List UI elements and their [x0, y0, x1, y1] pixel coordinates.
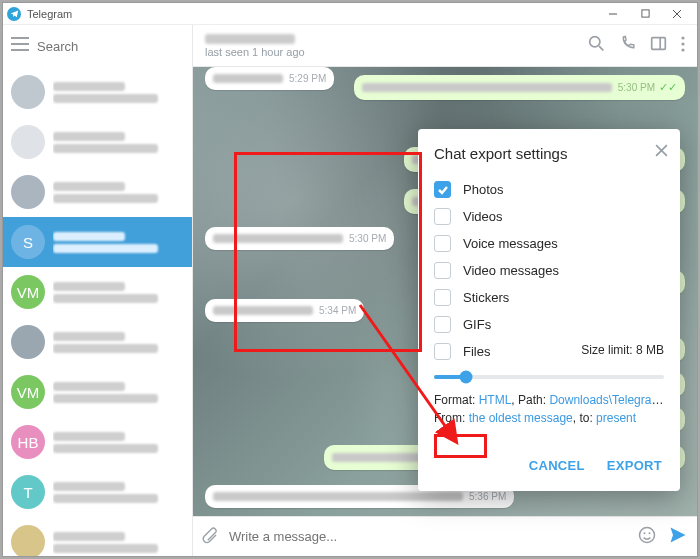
option-label: Videos: [463, 209, 503, 224]
chat-item-text: [53, 129, 184, 156]
checkbox[interactable]: [434, 316, 451, 333]
chat-item-text: [53, 79, 184, 106]
sidebar-header: [3, 25, 192, 67]
export-button[interactable]: EXPORT: [605, 452, 664, 479]
option-label: Stickers: [463, 290, 509, 305]
chat-list-item[interactable]: [3, 517, 192, 556]
export-options-list: PhotosVideosVoice messagesVideo messages…: [434, 176, 664, 365]
window-minimize-button[interactable]: [597, 3, 629, 25]
chat-list-item[interactable]: [3, 67, 192, 117]
chat-export-settings-dialog: Chat export settings PhotosVideosVoice m…: [418, 129, 680, 491]
export-option-voice-messages[interactable]: Voice messages: [434, 230, 664, 257]
svg-rect-0: [641, 10, 648, 17]
checkbox[interactable]: [434, 235, 451, 252]
size-limit-slider[interactable]: [434, 375, 664, 379]
chat-item-text: [53, 229, 184, 256]
avatar: VM: [11, 375, 45, 409]
search-input[interactable]: [37, 39, 205, 54]
checkbox[interactable]: [434, 181, 451, 198]
option-label: Photos: [463, 182, 503, 197]
avatar: [11, 525, 45, 556]
from-link[interactable]: the oldest message: [469, 411, 573, 425]
checkbox[interactable]: [434, 289, 451, 306]
size-limit-label: Size limit: 8 MB: [434, 343, 664, 357]
sidebar: SVMVMHBT: [3, 25, 193, 556]
chat-item-text: [53, 479, 184, 506]
format-path-line: Format: HTML, Path: Downloads\Telegram D…: [434, 393, 664, 407]
export-option-videos[interactable]: Videos: [434, 203, 664, 230]
main-panel: last seen 1 hour ago 5:29 PM5:30 PM✓✓5:3…: [193, 25, 697, 556]
avatar: [11, 75, 45, 109]
option-label: Video messages: [463, 263, 559, 278]
telegram-logo-icon: [7, 7, 21, 21]
chat-list-item[interactable]: VM: [3, 367, 192, 417]
chat-list-item[interactable]: [3, 167, 192, 217]
menu-icon[interactable]: [11, 37, 29, 55]
window-maximize-button[interactable]: [629, 3, 661, 25]
export-option-photos[interactable]: Photos: [434, 176, 664, 203]
export-option-stickers[interactable]: Stickers: [434, 284, 664, 311]
chat-item-text: [53, 529, 184, 556]
export-option-video-messages[interactable]: Video messages: [434, 257, 664, 284]
client-area: SVMVMHBT last seen 1 hour ago: [3, 25, 697, 556]
chat-item-text: [53, 379, 184, 406]
to-link[interactable]: present: [596, 411, 636, 425]
chat-list-item[interactable]: HB: [3, 417, 192, 467]
checkbox[interactable]: [434, 262, 451, 279]
cancel-button[interactable]: CANCEL: [527, 452, 587, 479]
avatar: T: [11, 475, 45, 509]
chat-item-text: [53, 329, 184, 356]
chat-item-text: [53, 429, 184, 456]
avatar: [11, 125, 45, 159]
option-label: GIFs: [463, 317, 491, 332]
window-close-button[interactable]: [661, 3, 693, 25]
dialog-close-button[interactable]: [655, 143, 668, 161]
chat-list-item[interactable]: T: [3, 467, 192, 517]
dialog-title: Chat export settings: [434, 145, 664, 162]
chat-item-text: [53, 279, 184, 306]
avatar: HB: [11, 425, 45, 459]
avatar: [11, 175, 45, 209]
checkbox[interactable]: [434, 208, 451, 225]
export-option-gifs[interactable]: GIFs: [434, 311, 664, 338]
chat-list: SVMVMHBT: [3, 67, 192, 556]
avatar: [11, 325, 45, 359]
app-window: Telegram SVMVMHBT: [2, 2, 698, 557]
dialog-actions: CANCEL EXPORT: [434, 452, 664, 479]
chat-list-item[interactable]: S: [3, 217, 192, 267]
from-to-line: From: the oldest message, to: present: [434, 411, 664, 425]
avatar: VM: [11, 275, 45, 309]
avatar: S: [11, 225, 45, 259]
option-label: Voice messages: [463, 236, 558, 251]
window-titlebar: Telegram: [3, 3, 697, 25]
format-link[interactable]: HTML: [479, 393, 512, 407]
chat-item-text: [53, 179, 184, 206]
chat-list-item[interactable]: [3, 117, 192, 167]
chat-list-item[interactable]: VM: [3, 267, 192, 317]
chat-list-item[interactable]: [3, 317, 192, 367]
window-title: Telegram: [27, 8, 72, 20]
path-link[interactable]: Downloads\Telegram De...: [549, 393, 664, 407]
